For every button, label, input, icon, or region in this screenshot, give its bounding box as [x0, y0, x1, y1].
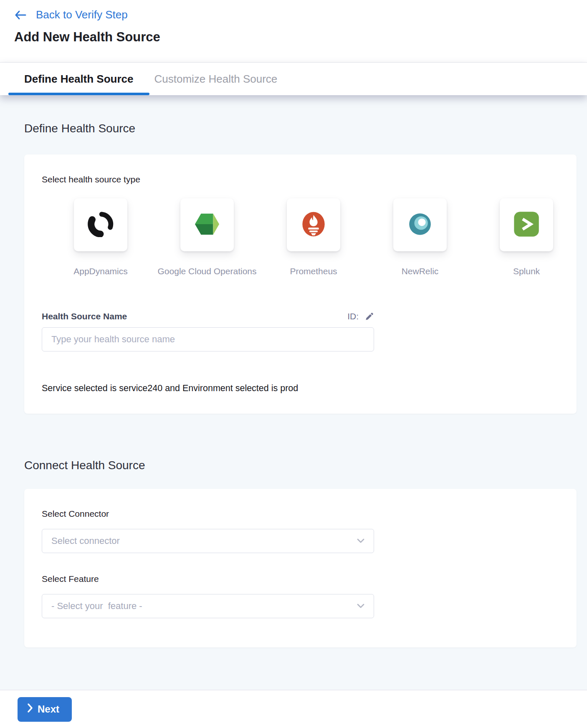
- tab-define-health-source[interactable]: Define Health Source: [16, 63, 142, 95]
- health-source-name-row: Health Source Name ID:: [42, 311, 374, 321]
- footer-bar: Next: [0, 690, 587, 728]
- source-label-google-cloud-operations: Google Cloud Operations: [158, 266, 257, 276]
- page-title: Add New Health Source: [14, 30, 573, 45]
- connect-health-source-card: Select Connector Select connector Select…: [24, 489, 577, 647]
- appdynamics-icon: [88, 211, 114, 239]
- health-source-name-label: Health Source Name: [42, 311, 127, 321]
- select-feature-label: Select Feature: [42, 574, 559, 584]
- page-header: Back to Verify Step Add New Health Sourc…: [0, 0, 587, 63]
- feature-select-placeholder: - Select your feature -: [51, 601, 142, 612]
- tab-customize-health-source[interactable]: Customize Health Source: [154, 63, 278, 95]
- connector-select[interactable]: Select connector: [42, 529, 374, 553]
- source-column-appdynamics: AppDynamics: [74, 198, 127, 276]
- next-button-label: Next: [38, 703, 59, 715]
- active-tab-underline: [8, 93, 149, 95]
- splunk-icon: [514, 211, 539, 239]
- main-content: Define Health Source Select health sourc…: [0, 95, 587, 690]
- source-tile-splunk[interactable]: [500, 198, 553, 251]
- id-label: ID:: [347, 311, 359, 321]
- service-environment-note: Service selected is service240 and Envir…: [42, 383, 559, 394]
- source-label-appdynamics: AppDynamics: [73, 266, 128, 276]
- tab-define-label: Define Health Source: [24, 73, 134, 86]
- source-column-prometheus: Prometheus: [287, 198, 340, 276]
- source-column-google-cloud-operations: Google Cloud Operations: [180, 198, 234, 276]
- define-section-heading: Define Health Source: [24, 95, 577, 135]
- source-tile-prometheus[interactable]: [287, 198, 340, 251]
- id-group: ID:: [347, 311, 374, 321]
- chevron-right-icon: [28, 703, 33, 715]
- define-health-source-card: Select health source type AppDynamics: [24, 154, 577, 414]
- source-type-tile-row: AppDynamics Google Cloud Operations: [74, 198, 559, 276]
- source-tile-newrelic[interactable]: [393, 198, 447, 251]
- feature-select[interactable]: - Select your feature -: [42, 594, 374, 618]
- source-column-splunk: Splunk: [500, 198, 553, 276]
- source-column-newrelic: NewRelic: [393, 198, 447, 276]
- source-label-prometheus: Prometheus: [290, 266, 337, 276]
- google-cloud-operations-icon: [193, 211, 221, 239]
- back-to-verify-link[interactable]: Back to Verify Step: [14, 8, 128, 21]
- health-source-name-input[interactable]: [42, 327, 374, 351]
- back-link-label: Back to Verify Step: [36, 8, 128, 21]
- edit-id-pencil-icon[interactable]: [364, 312, 374, 321]
- arrow-left-icon: [14, 10, 27, 20]
- prometheus-icon: [300, 210, 327, 240]
- newrelic-icon: [407, 211, 433, 239]
- chevron-down-icon: [357, 602, 364, 610]
- connector-select-placeholder: Select connector: [51, 536, 120, 546]
- select-connector-label: Select Connector: [42, 509, 559, 519]
- next-button[interactable]: Next: [18, 697, 72, 722]
- source-label-newrelic: NewRelic: [402, 266, 439, 276]
- select-source-type-label: Select health source type: [42, 174, 559, 185]
- chevron-down-icon: [357, 537, 364, 545]
- tab-bar: Define Health Source Customize Health So…: [0, 63, 587, 95]
- source-tile-google-cloud-operations[interactable]: [180, 198, 234, 251]
- connect-section-heading: Connect Health Source: [24, 459, 577, 472]
- source-label-splunk: Splunk: [513, 266, 540, 276]
- tab-customize-label: Customize Health Source: [154, 73, 278, 86]
- source-tile-appdynamics[interactable]: [74, 198, 127, 251]
